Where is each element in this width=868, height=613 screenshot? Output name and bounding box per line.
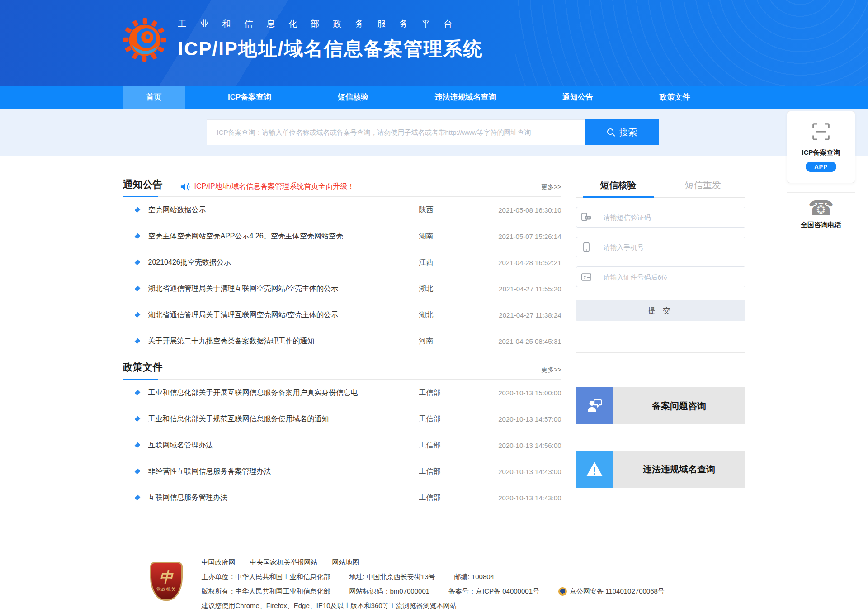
notices-more-link[interactable]: 更多>>	[541, 183, 561, 191]
nav-item-illegal-domain[interactable]: 违法违规域名查询	[411, 86, 519, 109]
policy-row-source: 工信部	[419, 441, 480, 450]
diamond-bullet-icon	[134, 260, 140, 266]
notice-row-date: 2021-05-07 15:26:14	[480, 233, 561, 240]
mobile-field	[576, 237, 745, 257]
qr-scan-icon	[811, 122, 830, 141]
footer-police-number[interactable]: 京公网安备 11040102700068号	[570, 587, 665, 596]
government-emblem: 中 党政机关	[150, 562, 183, 601]
policy-row-date: 2020-10-13 14:56:00	[480, 442, 561, 449]
policy-row[interactable]: 互联网信息服务管理办法 工信部 2020-10-13 14:43:00	[123, 485, 561, 511]
notice-row[interactable]: 湖北省通信管理局关于清理互联网空壳网站/空壳主体的公示 湖北 2021-04-2…	[123, 276, 561, 302]
idcard-icon	[576, 271, 597, 283]
policy-row-title: 互联网域名管理办法	[148, 441, 419, 450]
notice-row-region: 湖北	[419, 284, 480, 294]
warning-icon	[576, 451, 613, 488]
notice-row[interactable]: 空壳主体空壳网站空壳APP公示4.26、空壳主体空壳网站空壳 湖南 2021-0…	[123, 223, 561, 249]
search-section: 搜索	[0, 109, 868, 156]
tab-sms-resend[interactable]: 短信重发	[660, 178, 745, 197]
sms-code-input[interactable]	[597, 207, 745, 227]
notice-row-date: 2021-05-08 16:30:10	[480, 206, 561, 214]
policy-row[interactable]: 互联网域名管理办法 工信部 2020-10-13 14:56:00	[123, 432, 561, 458]
footer-copyright: 版权所有：中华人民共和国工业和信息化部	[202, 587, 330, 596]
notice-row-title: 关于开展第二十九批空壳类备案数据清理工作的通知	[148, 337, 419, 346]
system-title: ICP/IP地址/域名信息备案管理系统	[178, 36, 483, 62]
policy-list: 工业和信息化部关于开展互联网信息服务备案用户真实身份信息电 工信部 2020-1…	[123, 380, 561, 511]
phone-card[interactable]: ☎ 全国咨询电话	[787, 192, 855, 231]
footer-link-report[interactable]: 中央国家机关举报网站	[250, 558, 318, 567]
diamond-bullet-icon	[134, 312, 140, 318]
search-button[interactable]: 搜索	[585, 119, 659, 145]
policies-header: 政策文件 更多>>	[123, 361, 561, 380]
idcard-input[interactable]	[597, 267, 745, 287]
mobile-input[interactable]	[597, 237, 745, 257]
footer-browser-tip: 建议您使用Chrome、Firefox、Edge、IE10及以上版本和360等主…	[202, 602, 457, 610]
police-badge-icon	[558, 587, 567, 596]
icp-search-input[interactable]	[207, 119, 585, 145]
telephone-icon: ☎	[787, 197, 855, 218]
diamond-bullet-icon	[134, 207, 140, 213]
policy-row[interactable]: 工业和信息化部关于开展互联网信息服务备案用户真实身份信息电 工信部 2020-1…	[123, 380, 561, 406]
footer-copyright-row: 版权所有：中华人民共和国工业和信息化部 网站标识码：bm07000001 备案号…	[202, 587, 665, 596]
notice-row-date: 2021-04-27 11:55:20	[480, 285, 561, 293]
footer-address: 地址: 中国北京西长安街13号	[349, 573, 435, 581]
left-column: 通知公告 ICP/IP地址/域名信息备案管理系统首页全面升级！ 更多>> 空壳网	[123, 178, 561, 511]
policy-row-title: 互联网信息服务管理办法	[148, 493, 419, 503]
policies-more-link[interactable]: 更多>>	[541, 366, 561, 374]
policy-row-title: 非经营性互联网信息服务备案管理办法	[148, 467, 419, 476]
notice-row[interactable]: 20210426批空壳数据公示 江西 2021-04-28 16:52:21	[123, 249, 561, 276]
phone-card-title: 全国咨询电话	[787, 221, 855, 229]
main-nav: 首页 ICP备案查询 短信核验 违法违规域名查询 通知公告 政策文件	[0, 86, 868, 109]
footer-organizer-row: 主办单位：中华人民共和国工业和信息化部 地址: 中国北京西长安街13号 邮编: …	[202, 573, 665, 581]
footer-link-govcn[interactable]: 中国政府网	[202, 558, 236, 567]
notice-row-region: 河南	[419, 337, 480, 346]
consult-quick-link[interactable]: 备案问题咨询	[576, 387, 745, 424]
platform-title: 工业和信息化部政务服务平台	[178, 18, 483, 30]
nav-item-icp-query[interactable]: ICP备案查询	[204, 86, 295, 109]
speaker-icon	[180, 182, 190, 191]
consult-icon	[576, 387, 613, 424]
submit-button[interactable]: 提 交	[576, 300, 745, 321]
diamond-bullet-icon	[134, 495, 140, 501]
illegal-domain-quick-link[interactable]: 违法违规域名查询	[576, 451, 745, 488]
search-button-label: 搜索	[619, 126, 637, 138]
marquee-text: ICP/IP地址/域名信息备案管理系统首页全面升级！	[194, 182, 355, 191]
footer-site-code: 网站标识码：bm07000001	[349, 587, 430, 596]
policy-row-source: 工信部	[419, 493, 480, 503]
policy-row[interactable]: 工业和信息化部关于规范互联网信息服务使用域名的通知 工信部 2020-10-13…	[123, 406, 561, 432]
nav-item-policies[interactable]: 政策文件	[636, 86, 714, 109]
nav-item-notices[interactable]: 通知公告	[539, 86, 617, 109]
mobile-icon	[576, 241, 597, 253]
app-qr-card[interactable]: ICP备案查询 APP	[787, 111, 855, 183]
notice-list: 空壳网站数据公示 陕西 2021-05-08 16:30:10 空壳主体空壳网站…	[123, 197, 561, 354]
nav-item-sms-verify[interactable]: 短信核验	[314, 86, 392, 109]
floating-panel: ICP备案查询 APP ☎ 全国咨询电话	[787, 111, 855, 231]
diamond-bullet-icon	[134, 469, 140, 475]
footer-icp-number[interactable]: 备案号：京ICP备 04000001号	[448, 587, 539, 596]
notice-row[interactable]: 关于开展第二十九批空壳类备案数据清理工作的通知 河南 2021-04-25 08…	[123, 328, 561, 354]
footer-links: 中国政府网 中央国家机关举报网站 网站地图	[202, 558, 665, 567]
idcard-field	[576, 266, 745, 287]
tab-sms-verify[interactable]: 短信核验	[576, 178, 661, 197]
notice-row-date: 2021-04-27 11:38:24	[480, 311, 561, 319]
diamond-bullet-icon	[134, 286, 140, 292]
notice-row[interactable]: 湖北省通信管理局关于清理互联网空壳网站/空壳主体的公示 湖北 2021-04-2…	[123, 302, 561, 328]
notice-marquee[interactable]: ICP/IP地址/域名信息备案管理系统首页全面升级！	[180, 182, 355, 191]
emblem-glyph: 中	[160, 570, 173, 584]
notice-row-region: 江西	[419, 258, 480, 267]
notices-header: 通知公告 ICP/IP地址/域名信息备案管理系统首页全面升级！ 更多>>	[123, 178, 561, 197]
notice-row-date: 2021-04-28 16:52:21	[480, 259, 561, 266]
nav-item-home[interactable]: 首页	[123, 86, 185, 109]
footer-browser-tip-row: 建议您使用Chrome、Firefox、Edge、IE10及以上版本和360等主…	[202, 602, 665, 610]
notice-row[interactable]: 空壳网站数据公示 陕西 2021-05-08 16:30:10	[123, 197, 561, 223]
policy-row-date: 2020-10-13 14:43:00	[480, 494, 561, 502]
emblem-label: 党政机关	[156, 586, 176, 593]
footer-link-sitemap[interactable]: 网站地图	[332, 558, 359, 567]
divider	[576, 352, 745, 353]
notice-row-title: 空壳网站数据公示	[148, 205, 419, 215]
search-icon	[607, 128, 615, 137]
page: 工业和信息化部政务服务平台 ICP/IP地址/域名信息备案管理系统 首页 ICP…	[0, 0, 868, 613]
policy-row-date: 2020-10-13 15:00:00	[480, 389, 561, 397]
policy-row-date: 2020-10-13 14:43:00	[480, 468, 561, 475]
policy-row[interactable]: 非经营性互联网信息服务备案管理办法 工信部 2020-10-13 14:43:0…	[123, 458, 561, 485]
app-badge: APP	[806, 162, 836, 172]
